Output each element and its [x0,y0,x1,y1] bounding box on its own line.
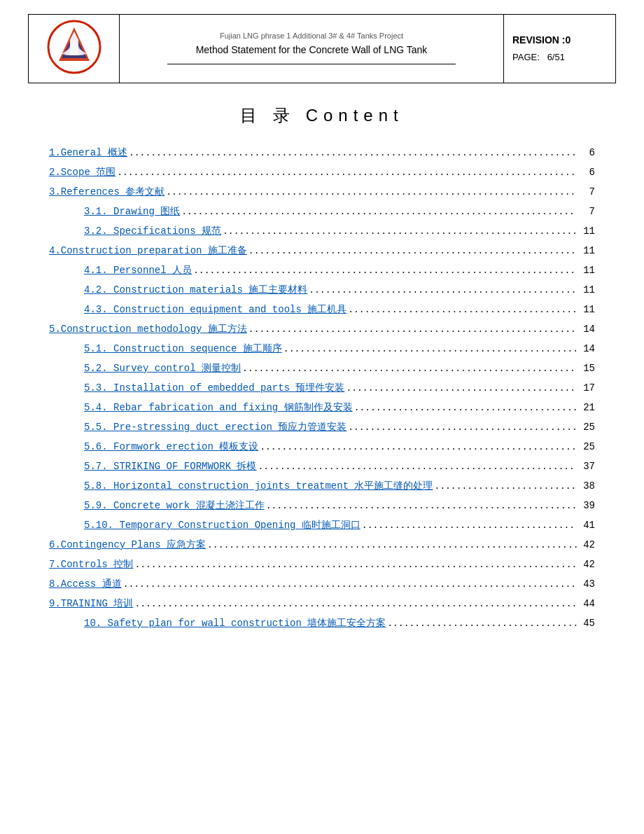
toc-dots: ........................................… [223,226,577,237]
toc-item: 5.5. Pre-stressing duct erection 预应力管道安装… [49,421,595,433]
toc-link[interactable]: 5.10. Temporary Construction Opening 临时施… [84,519,360,531]
toc-page-number: 11 [578,225,595,237]
toc-item: 5.1. Construction sequence 施工顺序.........… [49,342,595,355]
toc-page-number: 6 [578,147,595,158]
toc-dots: ........................................… [387,618,577,629]
toc-dots: ........................................… [166,187,577,197]
toc-link[interactable]: 7.Controls 控制 [49,558,133,571]
toc-page-number: 25 [578,441,595,452]
toc-item: 5.9. Concrete work 混凝土浇注工作..............… [49,499,595,512]
toc-item: 5.6. Formwork erection 模板支设.............… [49,440,595,453]
toc-item: 3.2. Specifications 规范..................… [49,225,595,237]
toc-link[interactable]: 10. Safety plan for wall construction 墙体… [84,617,386,630]
toc-dots: ........................................… [134,560,577,570]
toc-link[interactable]: 5.9. Concrete work 混凝土浇注工作 [84,499,265,512]
toc-dots: ........................................… [248,324,577,335]
toc-page-number: 15 [578,363,595,374]
toc-link[interactable]: 3.1. Drawing 图纸 [84,205,180,218]
toc-link[interactable]: 3.References 参考文献 [49,186,164,198]
toc-link[interactable]: 5.2. Survey control 测量控制 [84,362,241,375]
toc-item: 4.2. Construction materials 施工主要材料......… [49,284,595,296]
toc-page-number: 14 [578,324,595,335]
toc-item: 2.Scope 范围..............................… [49,166,595,179]
toc-item: 4.1. Personnel 人员.......................… [49,264,595,277]
toc-dots: ........................................… [348,305,577,315]
toc-item: 4.Construction preparation 施工准备.........… [49,244,595,257]
company-logo [46,19,102,75]
toc-link[interactable]: 2.Scope 范围 [49,166,115,179]
toc-page-number: 25 [578,422,595,433]
toc-link[interactable]: 8.Access 通道 [49,578,122,590]
toc-link[interactable]: 5.7. STRIKING OF FORMWORK 拆模 [84,460,256,473]
toc-link[interactable]: 5.8. Horizontal construction joints trea… [84,480,433,492]
toc-item: 5.3. Installation of embedded parts 预埋件安… [49,382,595,394]
toc-link[interactable]: 4.1. Personnel 人员 [84,264,192,277]
toc-dots: ........................................… [123,579,577,590]
toc-link[interactable]: 4.3. Construction equipment and tools 施工… [84,303,346,316]
revision-label: REVISION :0 [512,34,607,46]
header-sub-title: Fujian LNG phrase 1 Additional 3# & 4# T… [131,32,492,40]
toc-link[interactable]: 5.5. Pre-stressing duct erection 预应力管道安装 [84,421,346,433]
toc-dots: ........................................… [362,520,577,531]
toc-page-number: 41 [578,520,595,531]
toc-dots: ........................................… [354,403,577,413]
page-title: 目 录 Content [28,104,616,127]
svg-rect-4 [70,40,78,55]
toc-item: 5.10. Temporary Construction Opening 临时施… [49,519,595,531]
toc-page-number: 17 [578,382,595,394]
toc-page-number: 11 [578,265,595,276]
logo-cell [29,15,120,83]
toc-dots: ........................................… [181,207,577,217]
toc-dots: ........................................… [134,599,577,609]
toc-dots: ........................................… [266,501,577,511]
header-title-cell: Fujian LNG phrase 1 Additional 3# & 4# T… [120,15,504,83]
header-revision-cell: REVISION :0 PAGE: 6/51 [504,15,616,83]
toc-dots: ........................................… [348,422,577,433]
toc-dots: ........................................… [248,246,577,256]
toc-link[interactable]: 4.Construction preparation 施工准备 [49,244,247,257]
toc-page-number: 39 [578,500,595,511]
toc-item: 5.8. Horizontal construction joints trea… [49,480,595,492]
toc-item: 3.1. Drawing 图纸.........................… [49,205,595,218]
toc-dots: ........................................… [258,461,577,472]
toc-page-number: 44 [578,598,595,609]
toc-dots: ........................................… [284,344,577,354]
toc-page-number: 11 [578,284,595,296]
toc-dots: ........................................… [193,265,577,276]
toc-link[interactable]: 5.Construction methodology 施工方法 [49,323,247,335]
toc-link[interactable]: 4.2. Construction materials 施工主要材料 [84,284,307,296]
toc-dots: ........................................… [434,481,577,492]
toc-item: 9.TRAINING 培训...........................… [49,597,595,610]
toc-page-number: 43 [578,578,595,590]
toc-item: 7.Controls 控制...........................… [49,558,595,571]
table-of-contents: 1.General 概述............................… [28,146,616,630]
toc-dots: ........................................… [309,285,577,296]
toc-dots: ........................................… [242,363,577,374]
toc-page-number: 11 [578,245,595,256]
toc-link[interactable]: 5.6. Formwork erection 模板支设 [84,440,258,453]
toc-page-number: 42 [578,539,595,550]
toc-item: 1.General 概述............................… [49,146,595,159]
toc-link[interactable]: 5.1. Construction sequence 施工顺序 [84,342,282,355]
toc-dots: ........................................… [207,540,577,550]
toc-page-number: 6 [578,167,595,178]
toc-link[interactable]: 9.TRAINING 培训 [49,597,133,610]
toc-page-number: 7 [578,206,595,217]
toc-link[interactable]: 1.General 概述 [49,146,127,159]
toc-page-number: 11 [578,304,595,315]
toc-link[interactable]: 5.3. Installation of embedded parts 预埋件安… [84,382,344,394]
toc-item: 5.7. STRIKING OF FORMWORK 拆模............… [49,460,595,473]
toc-page-number: 42 [578,559,595,570]
toc-dots: ........................................… [346,383,577,394]
toc-link[interactable]: 6.Contingency Plans 应急方案 [49,538,206,551]
toc-item: 5.2. Survey control 测量控制................… [49,362,595,375]
toc-item: 5.Construction methodology 施工方法.........… [49,323,595,335]
toc-page-number: 14 [578,343,595,354]
toc-dots: ........................................… [129,148,577,158]
toc-link[interactable]: 3.2. Specifications 规范 [84,225,221,237]
toc-item: 3.References 参考文献.......................… [49,186,595,198]
page-label: PAGE: 6/51 [512,52,565,62]
header-table: Fujian LNG phrase 1 Additional 3# & 4# T… [28,14,616,83]
toc-link[interactable]: 5.4. Rebar fabrication and fixing 钢筋制作及安… [84,401,353,414]
toc-item: 8.Access 通道.............................… [49,578,595,590]
